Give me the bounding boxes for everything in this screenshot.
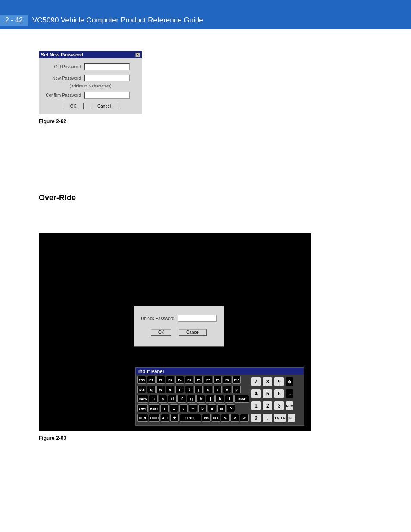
key-r[interactable]: r [175, 386, 184, 393]
key-8[interactable]: 8 [262, 377, 273, 386]
override-heading: Over-Ride [39, 193, 336, 202]
key-f6[interactable]: F6 [194, 376, 203, 384]
key-up[interactable]: ^ [227, 404, 235, 412]
input-panel-title: Input Panel [136, 368, 304, 375]
old-password-input[interactable] [84, 63, 130, 70]
set-password-dialog: Set New Password × Old Password New Pass… [39, 51, 142, 114]
key-s[interactable]: s [159, 395, 167, 403]
key-y[interactable]: y [194, 386, 203, 393]
key-0[interactable]: 0 [251, 413, 261, 423]
dialog-buttons: OK Cancel [44, 103, 137, 109]
kb-row4: SHFT RSET z x c v b n m ^ [137, 404, 249, 412]
key-9[interactable]: 9 [274, 377, 284, 386]
key-f5[interactable]: F5 [185, 376, 193, 384]
key-rset[interactable]: RSET [149, 404, 159, 412]
unlock-cancel-button[interactable]: Cancel [179, 329, 207, 336]
key-w[interactable]: w [156, 386, 165, 393]
key-c[interactable]: c [179, 404, 188, 412]
key-m[interactable]: m [217, 404, 226, 412]
unlock-row: Unlock Password [134, 315, 224, 322]
key-k[interactable]: k [215, 395, 224, 403]
key-f3[interactable]: F3 [166, 376, 174, 384]
key-f8[interactable]: F8 [213, 376, 222, 384]
key-bksp[interactable]: BKSP [234, 395, 249, 403]
drag-icon[interactable]: ✥ [286, 377, 293, 386]
key-1[interactable]: 1 [251, 401, 261, 411]
key-d[interactable]: d [168, 395, 177, 403]
password-hint: ( Minimum 5 characters) [44, 84, 137, 88]
new-password-row: New Password [44, 75, 137, 81]
key-div[interactable]: ÷ [286, 389, 293, 398]
key-f9[interactable]: F9 [223, 376, 231, 384]
key-alt[interactable]: ALT [161, 414, 169, 422]
keyboard-rows: ESC F1 F2 F3 F4 F5 F6 F7 F8 F9 F10 [136, 375, 304, 424]
key-3[interactable]: 3 [274, 401, 284, 411]
key-tab[interactable]: TAB [137, 386, 146, 393]
key-del[interactable]: DEL [212, 414, 220, 422]
key-f7[interactable]: F7 [204, 376, 212, 384]
key-j[interactable]: j [206, 395, 215, 403]
override-screenshot: Unlock Password OK Cancel Input Panel ES… [39, 233, 311, 431]
kb-row5: CTRL FUNC ALT ★ SPACE INS DEL < v > [137, 414, 249, 422]
cancel-button[interactable]: Cancel [90, 103, 118, 109]
dialog-title-text: Set New Password [41, 52, 83, 57]
keyboard-alpha: ESC F1 F2 F3 F4 F5 F6 F7 F8 F9 F10 [137, 376, 249, 423]
key-l[interactable]: l [225, 395, 234, 403]
key-right[interactable]: > [240, 414, 249, 422]
key-123[interactable]: 123.. [287, 413, 295, 423]
key-f10[interactable]: F10 [232, 376, 241, 384]
header-bar-top [0, 0, 411, 14]
key-esc[interactable]: ESC [137, 376, 146, 384]
key-f2[interactable]: F2 [156, 376, 165, 384]
close-icon[interactable]: × [135, 53, 140, 57]
unlock-password-input[interactable] [178, 315, 217, 322]
key-v[interactable]: v [189, 404, 197, 412]
key-x[interactable]: x [170, 404, 178, 412]
key-n[interactable]: n [208, 404, 216, 412]
new-password-input[interactable] [84, 75, 130, 81]
confirm-password-input[interactable] [84, 92, 130, 99]
key-7[interactable]: 7 [251, 377, 261, 386]
key-left[interactable]: < [221, 414, 230, 422]
key-enter[interactable]: ENTER [274, 413, 286, 423]
new-password-label: New Password [44, 76, 84, 81]
key-func[interactable]: FUNC [149, 414, 160, 422]
key-caps[interactable]: CAPS [137, 395, 148, 403]
key-5[interactable]: 5 [262, 389, 273, 398]
key-t[interactable]: t [185, 386, 193, 393]
header-bar-sub: 2 - 42 VC5090 Vehicle Computer Product R… [0, 14, 411, 29]
key-z[interactable]: z [160, 404, 169, 412]
key-b[interactable]: b [198, 404, 207, 412]
key-6[interactable]: 6 [274, 389, 284, 398]
key-p[interactable]: p [232, 386, 241, 393]
key-a[interactable]: a [149, 395, 158, 403]
key-q[interactable]: q [147, 386, 156, 393]
key-space[interactable]: SPACE [180, 414, 201, 422]
key-dot[interactable]: . [262, 413, 273, 423]
dialog-titlebar: Set New Password × [39, 51, 142, 58]
doc-title: VC5090 Vehicle Computer Product Referenc… [32, 16, 203, 25]
unlock-buttons: OK Cancel [134, 328, 224, 336]
unlock-ok-button[interactable]: OK [151, 329, 171, 336]
key-o[interactable]: o [223, 386, 231, 393]
key-f4[interactable]: F4 [175, 376, 184, 384]
key-f[interactable]: f [177, 395, 186, 403]
key-h[interactable]: h [196, 395, 205, 403]
key-e[interactable]: e [166, 386, 174, 393]
key-star[interactable]: ★ [170, 414, 179, 422]
key-2[interactable]: 2 [262, 401, 273, 411]
key-f1[interactable]: F1 [147, 376, 156, 384]
ok-button[interactable]: OK [63, 103, 84, 109]
key-4[interactable]: 4 [251, 389, 261, 398]
key-i[interactable]: i [213, 386, 222, 393]
key-ins[interactable]: INS [202, 414, 211, 422]
key-shift[interactable]: SHFT [137, 404, 148, 412]
key-g[interactable]: g [187, 395, 196, 403]
key-u[interactable]: u [204, 386, 212, 393]
figure-caption-1: Figure 2-62 [39, 118, 336, 124]
key-num[interactable]: NUM [286, 401, 293, 411]
unlock-label: Unlock Password [141, 316, 174, 321]
key-down[interactable]: v [230, 414, 239, 422]
key-ctrl[interactable]: CTRL [137, 414, 148, 422]
old-password-label: Old Password [44, 65, 84, 69]
